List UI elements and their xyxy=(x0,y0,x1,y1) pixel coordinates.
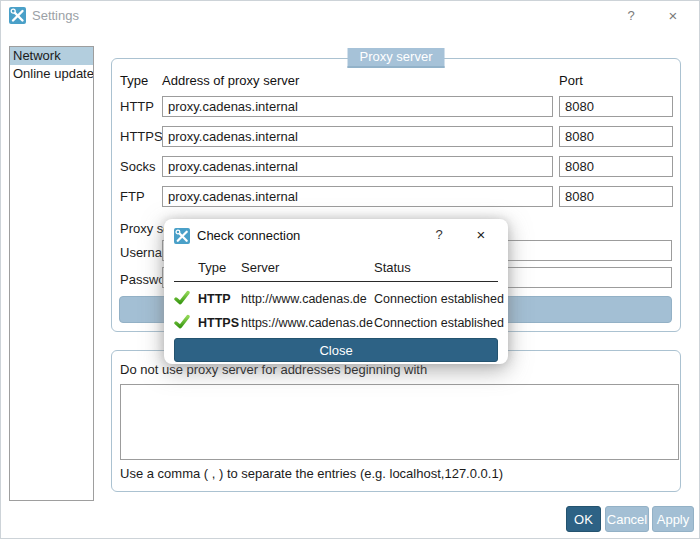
dialog-close-icon[interactable]: × xyxy=(468,226,494,243)
sidebar-item-online-update[interactable]: Online update xyxy=(10,65,93,83)
connection-row-http: HTTP http://www.cadenas.de Connection es… xyxy=(164,289,508,309)
proxy-row-ftp: FTP xyxy=(112,186,680,207)
dialog-column-type: Type xyxy=(198,260,226,275)
ftp-address-input[interactable] xyxy=(162,186,553,207)
proxy-row-http: HTTP xyxy=(112,96,680,117)
settings-app-icon xyxy=(9,7,26,24)
socks-port-input[interactable] xyxy=(559,156,673,177)
column-header-address: Address of proxy server xyxy=(162,73,299,88)
proxy-row-https: HTTPS xyxy=(112,126,680,147)
proxy-type-label: FTP xyxy=(120,186,145,207)
window-title: Settings xyxy=(32,8,79,23)
success-check-icon xyxy=(174,314,190,330)
dialog-column-status: Status xyxy=(374,260,411,275)
dialog-app-icon xyxy=(174,228,190,244)
exceptions-textarea[interactable] xyxy=(120,384,679,460)
dialog-title: Check connection xyxy=(197,228,300,243)
proxy-exceptions-group: Do not use proxy server for addresses be… xyxy=(111,350,681,492)
proxy-type-label: Socks xyxy=(120,156,155,177)
proxy-row-socks: Socks xyxy=(112,156,680,177)
column-header-type: Type xyxy=(120,73,148,88)
column-header-port: Port xyxy=(559,73,583,88)
ftp-port-input[interactable] xyxy=(559,186,673,207)
proxy-type-label: HTTPS xyxy=(120,126,163,147)
close-icon[interactable]: × xyxy=(659,4,687,28)
exceptions-note: Use a comma ( , ) to separate the entrie… xyxy=(120,466,503,481)
dialog-close-button[interactable]: Close xyxy=(174,338,498,362)
dialog-help-icon[interactable]: ? xyxy=(428,227,450,242)
proxy-type-label: HTTP xyxy=(120,96,154,117)
https-address-input[interactable] xyxy=(162,126,553,147)
connection-status: Connection established xyxy=(374,289,504,309)
http-port-input[interactable] xyxy=(559,96,673,117)
settings-category-list: Network Online update xyxy=(9,46,94,501)
http-address-input[interactable] xyxy=(162,96,553,117)
ok-button[interactable]: OK xyxy=(566,506,601,532)
proxy-group-title: Proxy server xyxy=(348,48,445,68)
settings-window: Settings ? × Network Online update Proxy… xyxy=(0,0,700,539)
dialog-column-server: Server xyxy=(241,260,279,275)
connection-type: HTTPS xyxy=(198,313,239,333)
sidebar-item-network[interactable]: Network xyxy=(10,47,93,65)
socks-address-input[interactable] xyxy=(162,156,553,177)
success-check-icon xyxy=(174,290,190,306)
connection-server: https://www.cadenas.de xyxy=(241,313,373,333)
connection-server: http://www.cadenas.de xyxy=(241,289,367,309)
check-connection-dialog: Check connection ? × Type Server Status … xyxy=(164,219,508,364)
https-port-input[interactable] xyxy=(559,126,673,147)
dialog-header-separator xyxy=(174,281,498,282)
apply-button[interactable]: Apply xyxy=(652,506,694,532)
exceptions-label: Do not use proxy server for addresses be… xyxy=(120,362,427,377)
connection-type: HTTP xyxy=(198,289,231,309)
connection-row-https: HTTPS https://www.cadenas.de Connection … xyxy=(164,313,508,333)
connection-status: Connection established xyxy=(374,313,504,333)
cancel-button[interactable]: Cancel xyxy=(605,506,649,532)
help-icon[interactable]: ? xyxy=(617,4,645,28)
